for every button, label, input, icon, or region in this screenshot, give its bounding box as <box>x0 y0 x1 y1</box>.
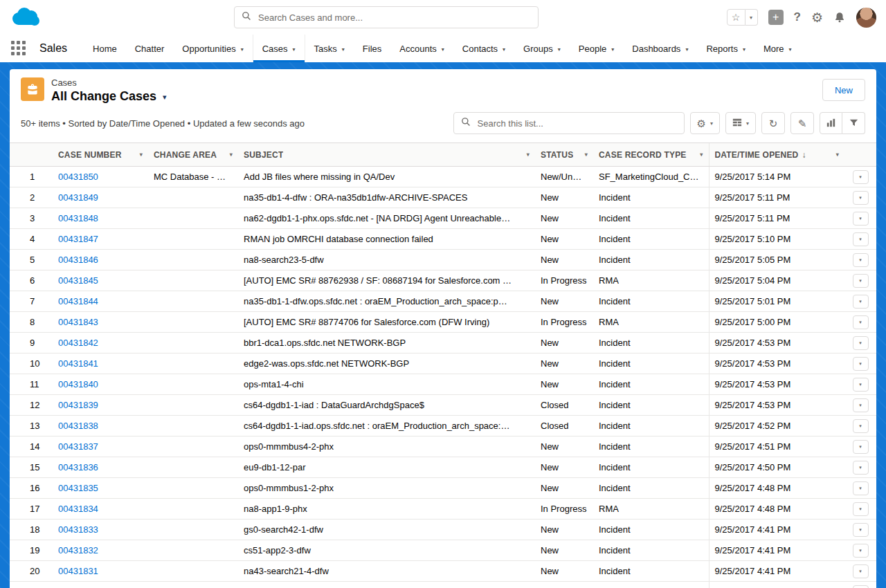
sort-descending-icon: ↓ <box>802 150 806 160</box>
case-number-link[interactable]: 00431844 <box>58 296 98 306</box>
case-number-link[interactable]: 00431831 <box>58 566 98 576</box>
subject-cell: gs0-search42-1-dfw <box>238 520 535 540</box>
row-actions-button[interactable]: ▾ <box>853 357 869 371</box>
row-actions-cell: ▾ <box>844 499 876 520</box>
new-button[interactable]: New <box>822 79 865 101</box>
case-number-link[interactable]: 00431841 <box>58 358 98 369</box>
app-launcher-icon[interactable] <box>11 41 27 57</box>
row-actions-button[interactable]: ▾ <box>853 523 869 537</box>
row-number: 10 <box>10 353 53 374</box>
nav-item-reports[interactable]: Reports ▾ <box>697 35 754 62</box>
date-time-opened-cell: 9/25/2017 4:50 PM <box>709 457 844 478</box>
case-number-link[interactable]: 00431849 <box>58 192 98 203</box>
chevron-down-icon[interactable]: ▾ <box>527 151 530 158</box>
row-actions-button[interactable]: ▾ <box>853 440 869 454</box>
favorites-dropdown-button[interactable]: ▾ <box>745 9 758 26</box>
chevron-down-icon[interactable]: ▾ <box>140 151 143 158</box>
nav-item-home[interactable]: Home <box>84 35 126 62</box>
subject-cell: cs60-db1-1-iad… <box>238 582 535 588</box>
nav-item-groups[interactable]: Groups ▾ <box>514 35 570 62</box>
notifications-bell-icon[interactable] <box>833 11 846 24</box>
row-actions-button[interactable]: ▾ <box>853 315 869 329</box>
row-actions-button[interactable]: ▾ <box>853 232 869 246</box>
global-search-input[interactable] <box>257 12 531 24</box>
display-as-button[interactable]: ▾ <box>725 112 756 134</box>
record-type-cell: RMA <box>593 270 709 291</box>
case-number-link[interactable]: 00431833 <box>58 524 98 535</box>
global-add-icon[interactable]: + <box>768 10 784 25</box>
app-name[interactable]: Sales <box>39 42 67 55</box>
favorites-star-icon[interactable]: ☆ <box>727 9 745 26</box>
row-actions-button[interactable]: ▾ <box>853 378 869 392</box>
case-number-link[interactable]: 00431848 <box>58 213 98 223</box>
row-actions-button[interactable]: ▾ <box>853 502 869 516</box>
chevron-down-icon: ▾ <box>859 216 862 221</box>
row-actions-button[interactable]: ▾ <box>853 295 869 309</box>
case-number-link[interactable]: 00431850 <box>58 172 98 182</box>
nav-item-contacts[interactable]: Contacts ▾ <box>453 35 514 62</box>
nav-item-tasks[interactable]: Tasks ▾ <box>305 35 354 62</box>
column-header-change-area[interactable]: CHANGE AREA ▾ <box>148 143 238 167</box>
list-search-input[interactable] <box>476 118 677 129</box>
list-view-selector[interactable]: All Change Cases ▾ <box>51 88 167 104</box>
row-actions-button[interactable]: ▾ <box>853 544 869 558</box>
nav-item-cases[interactable]: Cases ▾ <box>253 35 305 62</box>
case-number-link[interactable]: 00431840 <box>58 379 98 389</box>
chevron-down-icon[interactable]: ▾ <box>585 151 588 158</box>
row-actions-button[interactable]: ▾ <box>853 212 869 226</box>
case-number-link[interactable]: 00431839 <box>58 400 98 410</box>
column-header-date-time-opened[interactable]: DATE/TIME OPENED ↓ ▾ <box>709 143 844 167</box>
nav-item-people[interactable]: People ▾ <box>570 35 624 62</box>
change-area-cell <box>148 229 238 250</box>
nav-item-more[interactable]: More ▾ <box>754 35 801 62</box>
row-actions-button[interactable]: ▾ <box>853 585 869 588</box>
case-number-link[interactable]: 00431846 <box>58 255 98 265</box>
user-avatar[interactable] <box>856 8 876 28</box>
inline-edit-button[interactable]: ✎ <box>790 112 814 134</box>
row-actions-button[interactable]: ▾ <box>853 419 869 433</box>
charts-button[interactable] <box>820 112 842 134</box>
table-row: 3 00431848 na62-dgdb1-1-phx.ops.sfdc.net… <box>10 208 876 229</box>
case-number-link[interactable]: 00431842 <box>58 338 98 348</box>
column-header-case-number[interactable]: CASE NUMBER ▾ <box>53 143 148 167</box>
nav-item-dashboards[interactable]: Dashboards ▾ <box>623 35 697 62</box>
row-actions-button[interactable]: ▾ <box>853 336 869 350</box>
filters-button[interactable] <box>842 112 865 134</box>
case-number-link[interactable]: 00431847 <box>58 234 98 244</box>
case-number-cell: 00431832 <box>53 540 148 561</box>
nav-item-chatter[interactable]: Chatter <box>126 35 174 62</box>
case-number-link[interactable]: 00431837 <box>58 441 98 452</box>
setup-gear-icon[interactable]: ⚙ <box>811 10 823 26</box>
row-actions-button[interactable]: ▾ <box>853 274 869 288</box>
chevron-down-icon[interactable]: ▾ <box>836 151 839 158</box>
list-view-settings-button[interactable]: ⚙ ▾ <box>690 112 720 134</box>
case-number-link[interactable]: 00431835 <box>58 483 98 493</box>
row-actions-button[interactable]: ▾ <box>853 398 869 412</box>
row-actions-button[interactable]: ▾ <box>853 170 869 184</box>
chevron-down-icon[interactable]: ▾ <box>230 151 233 158</box>
case-number-link[interactable]: 00431836 <box>58 462 98 472</box>
row-actions-button[interactable]: ▾ <box>853 191 869 205</box>
case-number-link[interactable]: 00431843 <box>58 317 98 327</box>
row-actions-button[interactable]: ▾ <box>853 461 869 475</box>
chevron-down-icon[interactable]: ▾ <box>700 151 703 158</box>
case-number-link[interactable]: 00431832 <box>58 545 98 555</box>
help-icon[interactable]: ? <box>794 10 801 24</box>
column-header-subject[interactable]: SUBJECT ▾ <box>238 143 535 167</box>
column-header-status[interactable]: STATUS ▾ <box>535 143 593 167</box>
case-number-link[interactable]: 00431845 <box>58 275 98 286</box>
row-actions-cell: ▾ <box>844 540 876 561</box>
column-header-case-record-type[interactable]: CASE RECORD TYPE ▾ <box>593 143 709 167</box>
nav-item-opportunities[interactable]: Opportunities ▾ <box>173 35 252 62</box>
row-actions-button[interactable]: ▾ <box>853 481 869 495</box>
date-time-opened-cell: 9/25/2017 4:53 PM <box>709 333 844 353</box>
nav-item-accounts[interactable]: Accounts ▾ <box>390 35 453 62</box>
row-actions-button[interactable]: ▾ <box>853 253 869 267</box>
refresh-button[interactable]: ↻ <box>761 112 785 134</box>
case-number-link[interactable]: 00431838 <box>58 421 98 431</box>
row-actions-cell: ▾ <box>844 395 876 416</box>
record-type-cell: Incident <box>593 353 709 374</box>
nav-item-files[interactable]: Files <box>354 35 390 62</box>
case-number-link[interactable]: 00431834 <box>58 504 98 514</box>
row-actions-button[interactable]: ▾ <box>853 564 869 578</box>
